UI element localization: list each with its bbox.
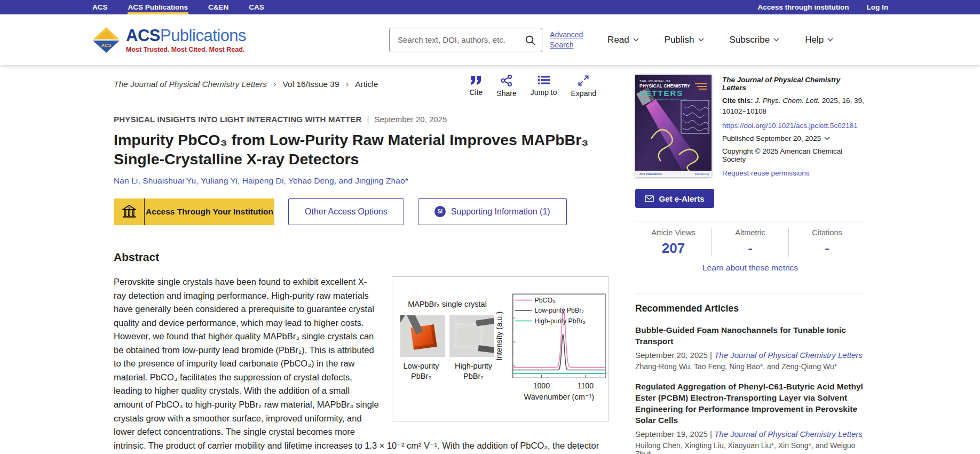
expand-button[interactable]: Expand	[571, 75, 596, 98]
breadcrumb-journal[interactable]: The Journal of Physical Chemistry Letter…	[114, 79, 267, 89]
divider	[635, 293, 865, 293]
svg-text:1100: 1100	[578, 381, 594, 390]
svg-text:LETTERS: LETTERS	[639, 89, 683, 98]
cite-this-line: Cite this: J. Phys. Chem. Lett. 2025, 16…	[722, 95, 865, 116]
topbar-separator	[858, 4, 858, 11]
published-date-toggle[interactable]: Published September 20, 2025	[722, 134, 865, 142]
svg-text:Low-purity PbBr₂: Low-purity PbBr₂	[534, 307, 584, 314]
chevron-down-icon	[824, 137, 830, 140]
article-title: Impurity PbCO₃ from Low-Purity Raw Mater…	[114, 130, 605, 169]
acs-diamond-logo-icon: ACS	[92, 27, 121, 53]
topbar-acs-publications[interactable]: ACS Publications	[128, 0, 189, 14]
acs-publications-logo[interactable]: ACS ACSPublications Most Trusted. Most C…	[92, 26, 246, 53]
logo-acs-text: ACS	[126, 26, 160, 45]
breadcrumb-issue[interactable]: Vol 16/Issue 39	[283, 79, 339, 89]
list-icon	[538, 75, 550, 85]
recommended-article-journal[interactable]: The Journal of Physical Chemistry Letter…	[714, 429, 863, 439]
breadcrumb: The Journal of Physical Chemistry Letter…	[114, 75, 378, 90]
nav-read[interactable]: Read	[607, 35, 639, 45]
metrics-row: Article Views 207 Altmetric - Citations …	[635, 221, 865, 262]
abstract-heading: Abstract	[114, 251, 609, 264]
other-access-options-button[interactable]: Other Access Options	[288, 198, 404, 225]
svg-text:PHYSICAL CHEMISTRY: PHYSICAL CHEMISTRY	[639, 83, 690, 89]
svg-text:PbCO₃: PbCO₃	[534, 297, 555, 304]
chevron-down-icon	[827, 38, 833, 42]
request-reuse-permissions-link[interactable]: Request reuse permissions	[722, 169, 865, 177]
svg-text:Wavenumber (cm⁻¹): Wavenumber (cm⁻¹)	[524, 393, 594, 401]
article-actions: Cite Share Jump to Expand	[469, 75, 596, 98]
chevron-down-icon	[698, 38, 704, 42]
sidebar-journal-title[interactable]: The Journal of Physical Chemistry Letter…	[722, 75, 865, 92]
supporting-information-button[interactable]: SI Supporting Information (1)	[418, 198, 567, 225]
low-purity-crystal-photo	[400, 315, 445, 357]
author-list[interactable]: Nan Li, Shuaishuai Yu, Yuliang Yi, Haipe…	[114, 176, 609, 186]
svg-text:ACS: ACS	[101, 43, 111, 48]
svg-text:Intensity (a.u.): Intensity (a.u.)	[496, 312, 503, 361]
special-issue-label[interactable]: PHYSICAL INSIGHTS INTO LIGHT INTERACTING…	[114, 115, 362, 124]
metric-altmetric: Altmetric -	[712, 228, 788, 257]
svg-text:THE JOURNAL OF: THE JOURNAL OF	[639, 79, 670, 83]
recommended-article-date: September 19, 2025	[635, 429, 708, 439]
access-options-row: Access Through Your Institution Other Ac…	[114, 198, 609, 225]
svg-text:1000: 1000	[533, 381, 550, 390]
primary-nav: Read Publish Subscribe Help	[607, 35, 833, 45]
search-icon[interactable]	[525, 35, 536, 46]
share-nodes-icon	[501, 75, 512, 86]
site-header: ACS ACSPublications Most Trusted. Most C…	[0, 14, 980, 65]
share-button[interactable]: Share	[496, 75, 516, 98]
citation-block: The Journal of Physical Chemistry Letter…	[722, 75, 865, 177]
metric-article-views: Article Views 207	[635, 228, 712, 257]
publication-date: September 20, 2025	[374, 115, 447, 124]
recommended-article-title[interactable]: Bubble-Guided Foam Nanochannels for Tuna…	[635, 325, 865, 347]
jump-to-button[interactable]: Jump to	[531, 75, 557, 98]
chevron-down-icon	[633, 38, 639, 42]
access-through-institution-link[interactable]: Access through institution	[757, 3, 849, 11]
quote-icon	[470, 75, 483, 85]
cite-button[interactable]: Cite	[469, 75, 483, 98]
logo-tagline: Most Trusted. Most Cited. Most Read.	[126, 46, 246, 53]
journal-cover-image[interactable]: THE JOURNAL OF PHYSICAL CHEMISTRY LETTER…	[635, 75, 712, 177]
breadcrumb-separator-icon: ›	[346, 79, 349, 90]
recommended-article-date: September 20, 2025	[635, 351, 708, 360]
metric-citations: Citations -	[788, 228, 865, 257]
acs-article-page: ACS ACS Publications C&EN CAS Access thr…	[0, 0, 980, 454]
svg-text:ACS Publications: ACS Publications	[639, 172, 662, 176]
recommended-articles-heading: Recommended Articles	[635, 303, 865, 314]
abstract-graphic[interactable]: MAPbBr₃ single crystal	[392, 276, 609, 421]
recommended-article-title[interactable]: Regulated Aggregation of Phenyl-C61-Buty…	[635, 381, 865, 426]
high-purity-crystal-photo	[449, 315, 494, 357]
advanced-search-link[interactable]: Advanced Search	[550, 30, 588, 50]
recommended-article-authors: Zhang-Rong Wu, Tao Feng, Ning Bao*, and …	[635, 362, 865, 371]
recommended-article: Regulated Aggregation of Phenyl-C61-Buty…	[635, 381, 865, 454]
breadcrumb-separator-icon: ›	[273, 79, 276, 90]
recommended-article-journal[interactable]: The Journal of Physical Chemistry Letter…	[714, 351, 863, 360]
top-brand-bar: ACS ACS Publications C&EN CAS Access thr…	[0, 0, 980, 14]
svg-text:pubs.acs.org: pubs.acs.org	[695, 173, 709, 176]
envelope-icon	[645, 195, 654, 202]
topbar-cen[interactable]: C&EN	[208, 0, 229, 14]
article-category-row: PHYSICAL INSIGHTS INTO LIGHT INTERACTING…	[114, 115, 609, 124]
svg-text:A JOURNAL OF THE AMERICAN CHEM: A JOURNAL OF THE AMERICAN CHEMICAL SOCIE…	[639, 99, 688, 101]
svg-text:High-purity PbBr₂: High-purity PbBr₂	[534, 317, 586, 325]
login-link[interactable]: Log In	[867, 3, 889, 11]
doi-link[interactable]: https://doi.org/10.1021/acs.jpclett.5c02…	[722, 122, 865, 130]
figure-left-caption: Low-purityPbBr₂	[399, 361, 444, 381]
nav-publish[interactable]: Publish	[665, 35, 704, 45]
abstract-section: MAPbBr₃ single crystal	[114, 275, 609, 454]
recommended-article-authors: Huilong Chen, Xingting Liu, Xiaoyuan Liu…	[635, 441, 865, 454]
nav-help[interactable]: Help	[805, 35, 833, 45]
figure-crystal-label: MAPbBr₃ single crystal	[408, 298, 487, 310]
breadcrumb-article: Article	[355, 79, 378, 89]
get-e-alerts-button[interactable]: Get e-Alerts	[635, 189, 714, 208]
recommended-article: Bubble-Guided Foam Nanochannels for Tuna…	[635, 325, 865, 371]
topbar-acs[interactable]: ACS	[92, 0, 108, 14]
raman-spectrum-chart: 10001100Wavenumber (cm⁻¹)Intensity (a.u.…	[496, 284, 609, 417]
access-institution-button[interactable]: Access Through Your Institution	[114, 198, 274, 225]
institution-building-icon	[122, 205, 136, 219]
learn-about-metrics-link[interactable]: Learn about these metrics	[635, 263, 865, 280]
search-box	[389, 28, 542, 52]
nav-subscribe[interactable]: Subscribe	[730, 35, 780, 45]
search-input[interactable]	[390, 28, 518, 52]
chevron-down-icon	[773, 38, 779, 42]
topbar-cas[interactable]: CAS	[248, 0, 265, 14]
